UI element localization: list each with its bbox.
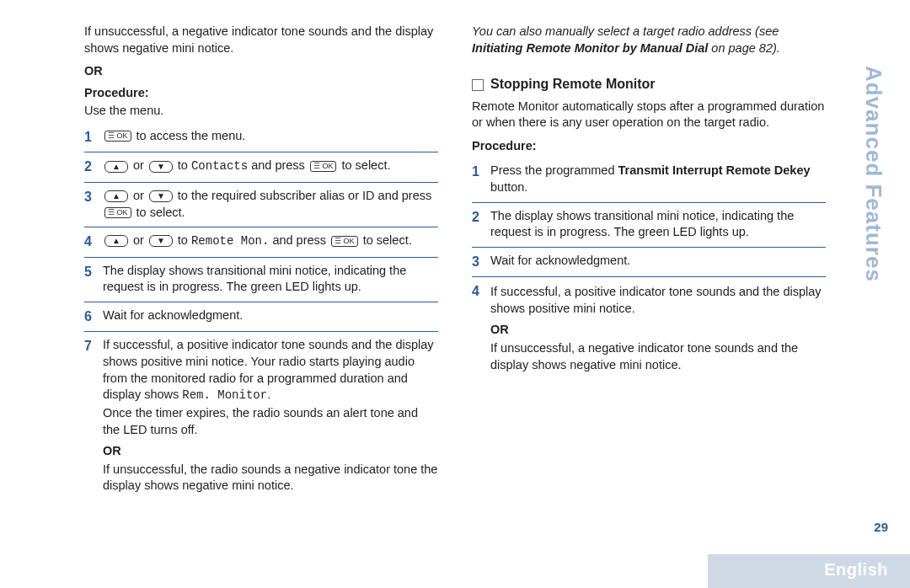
rstep-2: 2 The display shows transitional mini no… [472,203,826,248]
or-label: OR [84,63,438,80]
up-icon: ▲ [104,235,128,247]
language-tab: English [708,554,910,588]
right-intro: Remote Monitor automatically stops after… [472,99,826,131]
ok-icon: ☰ OK [104,207,131,218]
left-steps: 1 ☰ OK to access the menu. 2 ▲ or ▼ to C… [84,123,438,504]
up-icon: ▲ [104,161,128,173]
step-5: 5 The display shows transitional mini no… [84,258,438,302]
down-icon: ▼ [149,161,173,173]
rstep-1: 1 Press the programmed Transmit Interrup… [472,158,826,202]
left-column: If unsuccessful, a negative indicator to… [84,24,438,504]
manual-note: You can also manually select a target ra… [472,24,826,56]
rstep-3: 3 Wait for acknowledgment. [472,248,826,278]
procedure-label: Procedure: [84,85,438,102]
step-1: 1 ☰ OK to access the menu. [84,123,438,153]
step-4: 4 ▲ or ▼ to Remote Mon. and press ☰ OK t… [84,227,438,258]
step-7: 7 If successful, a positive indicator to… [84,332,438,503]
right-column: You can also manually select a target ra… [472,24,826,504]
ok-icon: ☰ OK [331,236,358,247]
up-icon: ▲ [104,190,128,202]
language-label: English [824,559,888,581]
rstep-4: 4 If successful, a positive indicator to… [472,277,826,382]
ok-icon: ☰ OK [104,131,131,142]
down-icon: ▼ [149,190,173,202]
step-2: 2 ▲ or ▼ to Contacts and press ☰ OK to s… [84,152,438,183]
down-icon: ▼ [149,235,173,247]
right-steps: 1 Press the programmed Transmit Interrup… [472,158,826,382]
section-heading: Stopping Remote Monitor [472,75,826,94]
ok-icon: ☰ OK [310,161,337,172]
section-title-vertical: Advanced Features [859,66,888,282]
procedure-sub: Use the menu. [84,103,438,120]
left-intro: If unsuccessful, a negative indicator to… [84,24,438,56]
checkbox-icon [472,79,484,91]
procedure-label: Procedure: [472,138,826,155]
step-3: 3 ▲ or ▼ to the required subscriber alia… [84,183,438,227]
page-number: 29 [874,519,888,536]
step-6: 6 Wait for acknowledgment. [84,302,438,333]
